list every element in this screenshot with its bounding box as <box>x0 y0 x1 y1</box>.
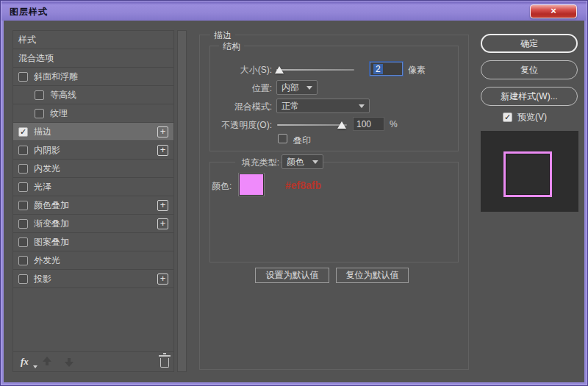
structure-group: 结构 大小(S): 2 像素 位置: 内部 <box>209 46 459 151</box>
close-button[interactable]: × <box>530 4 577 18</box>
sidebar-item-texture[interactable]: 纹理 <box>13 104 173 123</box>
enable-checkbox[interactable] <box>18 274 28 284</box>
sidebar-item-label: 内阴影 <box>34 144 60 157</box>
sidebar-item-label: 等高线 <box>50 89 76 101</box>
add-effect-button[interactable]: + <box>157 145 168 156</box>
color-hex-annotation: #ef8afb <box>285 179 321 191</box>
add-effect-button[interactable]: + <box>157 126 168 137</box>
blend-mode-select[interactable]: 正常 <box>276 99 370 113</box>
chevron-down-icon <box>359 104 365 108</box>
styles-list: 样式 混合选项 斜面和浮雕 等高线 纹理 ✓ <box>13 31 173 288</box>
add-effect-button[interactable]: + <box>157 200 168 211</box>
blend-mode-label: 混合模式: <box>218 101 272 113</box>
enable-checkbox[interactable] <box>18 146 28 155</box>
enable-checkbox[interactable] <box>18 72 28 82</box>
overprint-row: 叠印 <box>218 132 453 149</box>
fill-type-label: 填充类型: <box>235 157 279 169</box>
enable-checkbox[interactable]: ✓ <box>18 127 28 137</box>
move-down-button[interactable] <box>64 357 74 367</box>
sidebar-item-label: 图案叠加 <box>34 236 69 249</box>
new-style-button[interactable]: 新建样式(W)... <box>481 87 578 106</box>
sidebar-item-inner-shadow[interactable]: 内阴影 + <box>13 141 173 160</box>
opacity-label: 不透明度(O): <box>218 119 272 132</box>
ok-button[interactable]: 确定 <box>481 34 578 53</box>
color-swatch[interactable] <box>239 174 264 196</box>
stroke-preview-square <box>503 151 552 197</box>
enable-checkbox[interactable] <box>18 219 28 229</box>
enable-checkbox[interactable] <box>18 237 28 247</box>
sidebar-item-label: 内发光 <box>34 162 60 175</box>
styles-list-scrollbar[interactable] <box>177 30 187 372</box>
add-effect-button[interactable]: + <box>157 218 168 229</box>
sidebar-item-label: 颜色叠加 <box>34 199 69 212</box>
fx-menu-button[interactable]: fx <box>21 356 29 368</box>
size-input[interactable]: 2 <box>370 62 403 76</box>
sidebar-item-stroke[interactable]: ✓ 描边 + <box>13 123 173 141</box>
enable-checkbox[interactable] <box>18 201 28 210</box>
size-row: 大小(S): 2 像素 <box>218 62 453 78</box>
sidebar-item-drop-shadow[interactable]: 投影 + <box>13 270 173 288</box>
position-select[interactable]: 内部 <box>276 80 318 95</box>
sidebar-item-contour[interactable]: 等高线 <box>13 86 173 104</box>
fill-type-select[interactable]: 颜色 <box>282 154 323 169</box>
preview-label: 预览(V) <box>517 111 547 124</box>
sidebar-item-label: 样式 <box>18 34 36 46</box>
sidebar-item-outer-glow[interactable]: 外发光 <box>13 251 173 270</box>
reset-button[interactable]: 复位 <box>481 60 578 79</box>
sidebar-item-color-overlay[interactable]: 颜色叠加 + <box>13 196 173 215</box>
opacity-row: 不透明度(O): 100 % <box>218 117 453 133</box>
chevron-down-icon <box>306 86 312 90</box>
opacity-value: 100 <box>356 119 371 129</box>
size-slider-thumb[interactable] <box>275 66 284 74</box>
fill-group: 填充类型: 颜色 颜色: #ef8afb <box>209 162 459 262</box>
delete-effect-button[interactable] <box>160 358 169 368</box>
fill-type-value: 颜色 <box>287 156 304 168</box>
position-row: 位置: 内部 <box>218 80 453 96</box>
sidebar-item-label: 纹理 <box>50 107 68 120</box>
size-unit: 像素 <box>408 64 426 76</box>
sidebar-item-styles[interactable]: 样式 <box>13 31 173 49</box>
structure-group-title: 结构 <box>219 40 244 53</box>
position-label: 位置: <box>218 82 272 95</box>
opacity-input[interactable]: 100 <box>353 117 384 131</box>
fx-menu-caret-icon <box>33 365 37 368</box>
add-effect-button[interactable]: + <box>157 274 168 285</box>
sidebar-item-label: 混合选项 <box>18 52 54 65</box>
opacity-slider[interactable] <box>277 124 347 126</box>
preview-checkbox[interactable]: ✓ <box>503 112 512 122</box>
reset-default-button[interactable]: 复位为默认值 <box>336 268 409 283</box>
enable-checkbox[interactable] <box>18 256 28 265</box>
blend-mode-value: 正常 <box>282 100 299 112</box>
sidebar-item-blending-options[interactable]: 混合选项 <box>13 49 173 68</box>
layer-style-dialog: 图层样式 × 样式 混合选项 斜面和浮雕 等高线 <box>0 0 588 386</box>
sidebar-item-label: 外发光 <box>34 254 60 267</box>
size-slider[interactable] <box>276 69 354 71</box>
preview-thumbnail <box>481 131 578 212</box>
enable-checkbox[interactable] <box>35 90 44 100</box>
sidebar-item-bevel-emboss[interactable]: 斜面和浮雕 <box>13 68 173 86</box>
stroke-settings-panel: 描边 结构 大小(S): 2 像素 位置: 内部 <box>199 35 469 370</box>
styles-list-footer: fx <box>13 351 173 371</box>
make-default-button[interactable]: 设置为默认值 <box>255 268 329 283</box>
blend-mode-row: 混合模式: 正常 <box>218 99 453 115</box>
overprint-label: 叠印 <box>293 135 311 147</box>
sidebar-item-pattern-overlay[interactable]: 图案叠加 <box>13 233 173 251</box>
enable-checkbox[interactable] <box>18 164 28 174</box>
sidebar-item-label: 光泽 <box>34 181 51 193</box>
size-label: 大小(S): <box>218 64 272 76</box>
sidebar-item-gradient-overlay[interactable]: 渐变叠加 + <box>13 215 173 233</box>
preview-checkbox-row[interactable]: ✓ 预览(V) <box>503 111 547 124</box>
move-up-button[interactable] <box>42 357 52 367</box>
overprint-checkbox[interactable] <box>278 134 287 143</box>
opacity-slider-thumb[interactable] <box>337 121 346 129</box>
enable-checkbox[interactable] <box>35 109 44 118</box>
title-bar[interactable]: 图层样式 × <box>1 1 587 21</box>
sidebar-item-satin[interactable]: 光泽 <box>13 178 173 196</box>
dialog-body: 样式 混合选项 斜面和浮雕 等高线 纹理 ✓ <box>4 21 584 382</box>
sidebar-item-label: 渐变叠加 <box>34 218 69 230</box>
color-label: 颜色: <box>212 180 232 193</box>
opacity-unit: % <box>390 119 398 129</box>
enable-checkbox[interactable] <box>18 182 28 192</box>
sidebar-item-inner-glow[interactable]: 内发光 <box>13 160 173 178</box>
window-title: 图层样式 <box>10 6 48 18</box>
